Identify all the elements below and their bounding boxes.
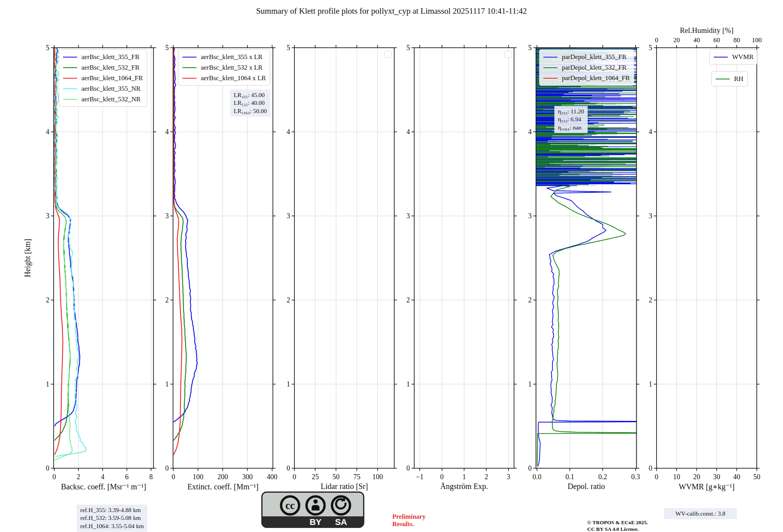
y-tick-label: 5 xyxy=(528,44,532,52)
legend-line-sample xyxy=(63,88,77,89)
credit-line2: CC BY SA 4.0 License. xyxy=(587,526,648,532)
legend-line-sample xyxy=(63,67,77,68)
y-tick-label: 0 xyxy=(46,464,49,472)
x-tick-label: 0.2 xyxy=(598,473,607,481)
legend-line-sample xyxy=(543,57,557,58)
y-tick-label: 3 xyxy=(287,212,290,220)
legend-item: parDepol_klett_1064_FR xyxy=(543,73,630,83)
eta-532: η₅₃₂: 6.94 xyxy=(558,115,584,123)
legend-line-sample xyxy=(63,99,77,100)
legend-line-sample xyxy=(716,79,730,79)
y-tick-label: 5 xyxy=(406,44,410,52)
y-tick-label: 4 xyxy=(165,128,169,136)
y-tick-label: 0 xyxy=(165,464,169,472)
x-tick-label: 2 xyxy=(77,473,80,481)
top-tick-label: 100 xyxy=(752,36,762,44)
cc-by-sa-badge: cc BY SA xyxy=(261,491,364,530)
legend-item-label: WVMR xyxy=(732,53,754,61)
legend-item-label: aerBsc_klett_1064 x LR xyxy=(201,74,266,82)
top-tick-label: 40 xyxy=(693,36,700,44)
panel-angstrom: −10123012345 xyxy=(406,44,517,481)
legend-extinction: aerBsc_klett_355 x LRaerBsc_klett_532 x … xyxy=(178,49,270,86)
y-tick-label: 3 xyxy=(165,212,169,220)
x-tick-label: 1 xyxy=(462,473,466,481)
x-tick-label: 30 xyxy=(713,473,720,481)
y-tick-label: 0 xyxy=(649,464,652,472)
x-tick-label: 40 xyxy=(733,473,740,481)
x-tick-label: 0 xyxy=(171,473,175,481)
legend-line-sample xyxy=(63,57,77,58)
legend-depol: parDepol_klett_355_FRparDepol_klett_532_… xyxy=(539,49,634,86)
reference-height-box: ref.H_355: 3.39-4.88 km ref.H_532: 3.59-… xyxy=(77,505,147,532)
axis-label-extinction: Extinct. coeff. [Mm⁻¹] xyxy=(161,482,286,491)
y-tick-label: 1 xyxy=(287,380,290,388)
legend-line-sample xyxy=(543,67,557,68)
y-tick-label: 2 xyxy=(406,296,410,304)
x-tick-label: 0.0 xyxy=(532,473,541,481)
y-tick-label: 1 xyxy=(165,380,169,388)
lidar-ratio-info-box: LR₃₅₅: 45.00 LR₅₃₂: 40.00 LR₁₀₆₄: 50.00 xyxy=(230,90,270,117)
refh-355: ref.H_355: 3.39-4.88 km xyxy=(80,506,144,514)
y-tick-label: 2 xyxy=(649,296,652,304)
figure-canvas: 0246801234501002003004000123450255075100… xyxy=(0,0,783,532)
y-tick-label: 2 xyxy=(287,296,290,304)
credit-line1: © TROPOS & ECoE 2025. xyxy=(587,519,648,526)
x-tick-label: 6 xyxy=(125,473,129,481)
legend-item-label: aerBsc_klett_532_FR xyxy=(81,64,139,72)
y-tick-label: 2 xyxy=(165,296,169,304)
y-tick-label: 5 xyxy=(287,44,290,52)
legend-item: aerBsc_klett_532 x LR xyxy=(182,62,266,73)
axes-spines xyxy=(294,48,394,468)
x-tick-label: 300 xyxy=(242,473,253,481)
top-axis-label: Rel.Humidity [%] xyxy=(680,26,733,34)
x-tick-label: 100 xyxy=(193,473,203,481)
wv-calib-box: WV-calib.const.: 3.8 xyxy=(664,508,737,519)
legend-wvmr: WVMR xyxy=(709,49,758,65)
legend-item-label: aerBsc_klett_355 x LR xyxy=(201,53,263,61)
y-tick-label: 0 xyxy=(528,464,532,472)
y-tick-label: 5 xyxy=(165,44,169,52)
x-tick-label: 8 xyxy=(149,473,153,481)
legend-line-sample xyxy=(714,57,728,58)
x-tick-label: 0.1 xyxy=(565,473,574,481)
axis-label-angstrom: Ångström Exp. xyxy=(402,482,527,491)
y-tick-label: 4 xyxy=(46,128,49,136)
axes-spines xyxy=(54,48,153,468)
legend-line-sample xyxy=(543,78,557,79)
x-tick-label: 4 xyxy=(101,473,105,481)
x-tick-label: 0 xyxy=(293,473,296,481)
y-tick-label: 3 xyxy=(649,212,652,220)
legend-item-label: RH xyxy=(734,75,743,83)
legend-item: RH xyxy=(716,74,743,84)
legend-line-sample xyxy=(182,78,197,79)
lr-532: LR₅₃₂: 40.00 xyxy=(234,99,267,107)
top-tick-label: 0 xyxy=(655,36,659,44)
y-tick-label: 4 xyxy=(406,128,410,136)
panel-backscatter: 02468012345 xyxy=(46,44,156,481)
eta-355: η₃₅₅: 11.20 xyxy=(558,108,584,115)
legend-item: aerBsc_klett_355_NR xyxy=(63,83,143,94)
legend-item: WVMR xyxy=(714,52,754,62)
figure-title: Summary of Klett profile plots for polly… xyxy=(0,6,783,16)
legend-empty-angstrom xyxy=(505,51,512,58)
axis-label-backscatter: Backsc. coeff. [Msr⁻¹ m⁻¹] xyxy=(41,482,166,491)
y-tick-label: 5 xyxy=(46,44,49,52)
x-tick-label: 50 xyxy=(753,473,760,481)
y-tick-label: 2 xyxy=(528,296,532,304)
legend-backscatter: aerBsc_klett_355_FRaerBsc_klett_532_FRae… xyxy=(59,49,147,107)
legend-item-label: aerBsc_klett_355_NR xyxy=(81,85,141,93)
axes-spines xyxy=(657,48,757,468)
legend-item: parDepol_klett_532_FR xyxy=(543,62,630,73)
legend-item-label: parDepol_klett_1064_FR xyxy=(562,74,630,82)
legend-item: aerBsc_klett_1064 x LR xyxy=(182,73,266,83)
legend-item: parDepol_klett_355_FR xyxy=(543,52,630,62)
lr-355: LR₃₅₅: 45.00 xyxy=(234,91,267,99)
x-tick-label: 20 xyxy=(693,473,700,481)
legend-item: aerBsc_klett_1064_FR xyxy=(63,73,143,83)
axis-label-depol: Depol. ratio xyxy=(524,482,649,491)
cc-badge-graphic: cc BY SA xyxy=(261,491,364,528)
panel-lidar_ratio: 0255075100012345 xyxy=(287,44,397,481)
legend-item-label: aerBsc_klett_1064_FR xyxy=(81,74,143,82)
legend-empty-lidar_ratio xyxy=(384,51,392,58)
eta-1064: η₁₀₆₄: nan xyxy=(558,124,584,131)
